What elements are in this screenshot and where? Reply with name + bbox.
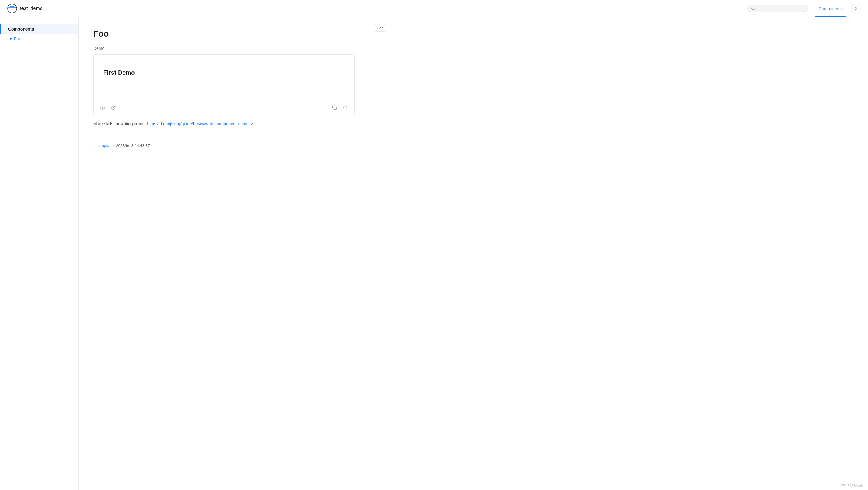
toc-item-foo[interactable]: Foo: [374, 24, 386, 32]
demo-first-demo-title: First Demo: [103, 69, 345, 76]
last-update-value: 2023/9/18 14:43:37: [116, 143, 150, 148]
watermark: CSDN @毛毛正: [840, 483, 863, 488]
sun-icon: [854, 6, 858, 11]
svg-line-10: [857, 7, 858, 7]
search-icon: [751, 6, 755, 10]
sidebar-bullet: [10, 38, 11, 40]
last-update-label: Last update:: [93, 143, 115, 148]
section-divider: [93, 136, 355, 136]
code-toggle-button[interactable]: [341, 103, 349, 112]
svg-line-12: [113, 106, 115, 108]
copy-icon-button[interactable]: [330, 103, 339, 112]
svg-point-2: [855, 7, 857, 9]
page-title: Foo: [93, 29, 355, 39]
right-toc: Foo: [369, 17, 430, 490]
demo-box: First Demo: [93, 55, 355, 115]
demo-label: Demo:: [93, 46, 355, 51]
header: test_demo Components: [0, 0, 868, 17]
open-external-icon: [111, 105, 116, 110]
more-skills-text: More skills for writing demo: https://d.…: [93, 121, 355, 126]
more-skills-link[interactable]: https://d.umijs.org/guide/basic#write-co…: [147, 121, 248, 126]
layout: Components Foo Foo Demo: First Demo: [0, 17, 868, 490]
sidebar-item-foo[interactable]: Foo: [0, 34, 79, 43]
sidebar-section-components[interactable]: Components: [0, 24, 79, 34]
demo-toolbar-right: [330, 103, 349, 112]
last-update: Last update: 2023/9/18 14:43:37: [93, 143, 355, 148]
code-icon: [343, 105, 348, 110]
logo-icon: [7, 4, 17, 13]
svg-line-6: [857, 10, 858, 10]
cube-icon-button[interactable]: [98, 103, 107, 112]
nav-components[interactable]: Components: [815, 5, 846, 17]
main-content: Foo Demo: First Demo: [79, 17, 369, 490]
search-input[interactable]: [756, 6, 804, 10]
search-box[interactable]: [747, 4, 808, 12]
demo-content: First Demo: [94, 55, 354, 100]
copy-icon: [332, 105, 337, 110]
more-skills-external-icon: ↗: [250, 122, 253, 126]
logo-link[interactable]: test_demo: [7, 4, 43, 13]
sidebar: Components Foo: [0, 17, 79, 490]
cube-icon: [100, 105, 105, 110]
external-link-icon-button[interactable]: [109, 103, 118, 112]
demo-toolbar: [94, 100, 354, 115]
header-nav: Components: [815, 5, 846, 11]
more-skills-prefix: More skills for writing demo:: [93, 121, 146, 126]
logo-text: test_demo: [20, 6, 43, 11]
svg-point-1: [751, 7, 754, 9]
sidebar-item-label: Foo: [14, 36, 21, 41]
theme-toggle-button[interactable]: [851, 4, 861, 13]
svg-rect-13: [334, 107, 337, 110]
